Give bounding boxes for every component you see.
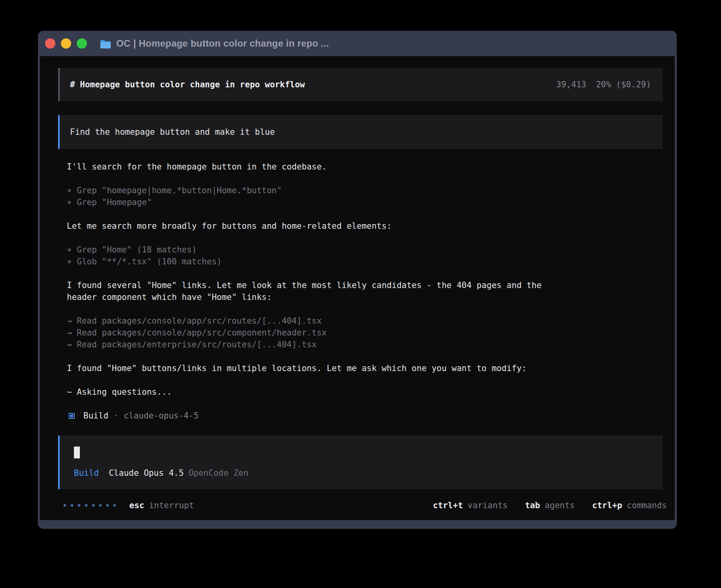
transcript-line: ∗ Grep "Homepage" <box>67 196 663 208</box>
transcript-line <box>67 173 663 185</box>
shortcut-agents: tabagents <box>525 499 575 511</box>
transcript-line <box>67 374 663 386</box>
input-model-label: Claude Opus 4.5 <box>109 468 184 478</box>
transcript-line: header component which have "Home" links… <box>67 291 663 303</box>
esc-key-action: interrupt <box>149 499 194 511</box>
folder-icon <box>100 39 111 49</box>
input-meta: BuildClaude Opus 4.5OpenCode Zen <box>74 467 651 479</box>
maximize-button[interactable] <box>77 38 87 49</box>
agent-status-line: Build · claude-opus-4-5 <box>67 410 663 422</box>
keyboard-shortcuts: ctrl+tvariantstabagentsctrl+pcommands <box>433 499 667 511</box>
terminal-window: OC | Homepage button color change in rep… <box>38 31 677 529</box>
session-title: # Homepage button color change in repo w… <box>70 79 305 90</box>
transcript: I'll search for the homepage button in t… <box>67 161 663 422</box>
user-message-text: Find the homepage button and make it blu… <box>70 127 275 137</box>
transcript-line <box>67 208 663 220</box>
input-agent-label: Build <box>74 468 99 478</box>
prompt-input[interactable]: BuildClaude Opus 4.5OpenCode Zen <box>58 435 663 489</box>
spinner-dot <box>92 504 94 507</box>
shortcut-label: agents <box>545 501 575 510</box>
transcript-line <box>67 268 663 279</box>
spinner-dot <box>78 504 80 507</box>
session-stats: 39,41320% ($0.29) <box>556 79 651 90</box>
shortcut-key: tab <box>525 501 540 510</box>
window-controls <box>45 38 87 49</box>
context-cost: 20% ($0.29) <box>596 80 651 89</box>
transcript-line: I'll search for the homepage button in t… <box>67 161 663 173</box>
transcript-line: ~ Asking questions... <box>67 386 663 398</box>
shortcut-key: ctrl+p <box>592 501 622 510</box>
spinner-dot <box>106 504 109 507</box>
transcript-line: I found several "Home" links. Let me loo… <box>67 279 663 291</box>
transcript-line <box>67 303 663 315</box>
spinner-dot <box>99 504 102 507</box>
transcript-line: ∗ Glob "**/*.tsx" (100 matches) <box>67 256 663 268</box>
terminal-viewport[interactable]: # Homepage button color change in repo w… <box>40 56 675 520</box>
transcript-lines: I'll search for the homepage button in t… <box>67 161 663 410</box>
transcript-line <box>67 232 663 244</box>
input-line <box>74 447 651 458</box>
minimize-button[interactable] <box>61 38 71 49</box>
agent-status-icon <box>69 413 75 419</box>
transcript-line: I found "Home" buttons/links in multiple… <box>67 362 663 374</box>
shortcut-key: ctrl+t <box>433 501 463 510</box>
close-button[interactable] <box>45 38 55 49</box>
transcript-line <box>67 398 663 410</box>
text-cursor <box>74 447 80 458</box>
spinner-dot <box>85 504 87 507</box>
shortcut-commands: ctrl+pcommands <box>592 499 667 511</box>
spinner-dot <box>71 504 73 507</box>
status-bar: esc interrupt ctrl+tvariantstabagentsctr… <box>64 499 667 511</box>
session-header: # Homepage button color change in repo w… <box>58 68 663 101</box>
transcript-line: → Read packages/console/app/src/componen… <box>67 327 663 339</box>
token-count: 39,413 <box>556 80 586 89</box>
window-titlebar[interactable]: OC | Homepage button color change in rep… <box>38 31 677 56</box>
spinner-dot <box>113 504 116 507</box>
shortcut-variants: ctrl+tvariants <box>433 499 508 511</box>
transcript-line: ∗ Grep "Home" (18 matches) <box>67 244 663 256</box>
esc-key-hint: esc <box>129 499 144 511</box>
shortcut-label: variants <box>468 501 508 510</box>
transcript-line: → Read packages/enterprise/src/routes/[.… <box>67 339 663 351</box>
user-message: Find the homepage button and make it blu… <box>58 115 663 149</box>
transcript-line: Let me search more broadly for buttons a… <box>67 220 663 232</box>
agent-name: Build <box>83 410 108 422</box>
transcript-line <box>67 351 663 362</box>
shortcut-label: commands <box>627 501 667 510</box>
spinner-dot <box>64 504 66 507</box>
transcript-line: → Read packages/console/app/src/routes/[… <box>67 315 663 327</box>
status-separator: · <box>113 410 119 422</box>
input-provider-label: OpenCode Zen <box>189 468 249 478</box>
activity-spinner-dots <box>64 504 116 507</box>
status-model: claude-opus-4-5 <box>124 410 199 422</box>
window-title: OC | Homepage button color change in rep… <box>116 38 329 49</box>
transcript-line: ∗ Grep "homepage|home.*button|Home.*butt… <box>67 185 663 196</box>
